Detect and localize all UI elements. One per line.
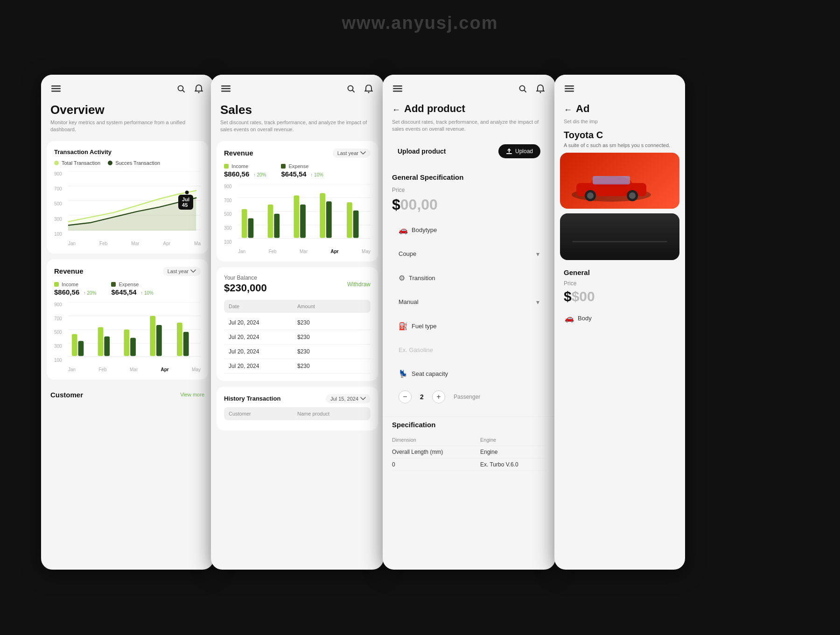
x-feb: Feb [99,241,107,246]
svg-line-4 [183,91,185,92]
seat-control: − 2 + Passenger [392,386,546,408]
bodytype-label-panel4: Body [578,315,675,322]
bar-chart: 900 700 500 300 100 [54,302,201,372]
bar-y-axis: 900 700 500 300 100 [54,302,62,363]
x-apr: Apr [163,241,171,246]
spec-section: Specification Dimension Engine Overall L… [383,416,555,473]
svg-point-32 [368,92,370,93]
search-icon-sales[interactable] [345,83,357,94]
y-label-700: 700 [54,186,62,191]
history-card: History Transaction Jul 15, 2024 Custome… [217,387,378,430]
spec-row: 0 Ex. Turbo V.6.0 [392,458,546,471]
overview-header: Overview Monitor key metrics and system … [41,99,214,141]
price-display: $00,00 [392,196,546,213]
svg-rect-65 [593,176,630,184]
transition-chevron: ▾ [536,298,539,306]
balance-card: Your Balance $230,000 Withdraw Date Amou… [217,267,378,381]
sales-expense-stat: Expense $645,54 ↑ 10% [281,163,323,178]
col-amount: Amount [297,303,366,309]
expense-indicator [111,282,116,287]
row1-amount: $230 [297,319,366,326]
transition-value: Manual [399,298,419,305]
history-dropdown[interactable]: Jul 15, 2024 [326,394,371,403]
sales-header: Sales Set discount rates, track performa… [211,99,384,141]
dimension-label: Overall Length (mm) [392,445,480,458]
balance-section: Your Balance $230,000 Withdraw [224,275,371,294]
page-title: Overview [50,103,204,117]
engine-label: Engine [480,445,546,458]
notification-icon[interactable] [193,83,204,94]
chart-title: Transaction Activity [54,148,201,155]
seat-label: Seat capacity [412,370,539,377]
bodytype-select[interactable]: Coupe ▾ [392,245,546,263]
menu-icon[interactable] [50,83,62,94]
upload-button[interactable]: Upload [498,144,540,158]
sales-last-year-dropdown[interactable]: Last year [333,148,371,158]
legend-success: Succes Transaction [108,160,160,166]
seat-increase-button[interactable]: + [432,390,445,403]
transition-select[interactable]: Manual ▾ [392,293,546,311]
notification-icon-sales[interactable] [363,83,374,94]
price-display-panel4: $$00 [564,289,676,304]
watermark: www.anyusj.com [342,13,498,33]
svg-rect-56 [565,85,574,87]
table-row: Jul 20, 2024 $230 [224,330,371,345]
customer-section: Customer View more [41,385,214,402]
sales-revenue-title: Revenue [224,149,253,157]
menu-icon-addproduct[interactable] [392,83,403,94]
svg-rect-55 [506,153,512,154]
transition-icon: ⚙ [399,274,405,282]
sales-income-value: $860,56 [224,170,249,178]
menu-icon-sales[interactable] [220,83,231,94]
svg-rect-50 [393,91,402,92]
notification-icon-addproduct[interactable] [535,83,546,94]
view-more-link[interactable]: View more [180,392,204,397]
svg-rect-39 [248,218,254,238]
last-year-dropdown[interactable]: Last year [163,267,201,276]
svg-point-64 [629,192,636,199]
svg-point-5 [198,92,200,93]
topbar-panel4 [554,75,685,99]
bodytype-value: Coupe [399,250,416,257]
dimension-value: 0 [392,458,480,471]
history-title: History Transaction [224,395,280,402]
car-image [560,153,679,209]
svg-rect-57 [565,88,574,90]
bodytype-row-panel4: 🚗 Body [558,308,681,328]
upload-label: Upload product [398,148,446,155]
row1-date: Jul 20, 2024 [229,319,297,326]
withdraw-button[interactable]: Withdraw [347,281,371,288]
legend-dot-total [54,161,59,165]
addproduct-subtitle: Set discount rates, track performance, a… [392,119,546,133]
add-product-panel: ← Add product Set discount rates, track … [383,75,555,570]
price-label-panel4: Price [564,280,676,287]
menu-icon-panel4[interactable] [564,83,575,94]
seat-decrease-button[interactable]: − [399,390,412,403]
tooltip-value: 45 [182,202,188,208]
car-svg [565,167,658,204]
bar-chart-svg [68,302,201,357]
svg-rect-38 [242,209,247,238]
y-label-100: 100 [54,232,62,237]
seat-icon: 💺 [399,369,408,378]
panel4-subtitle: Set dis the imp [554,119,685,128]
search-icon[interactable] [175,83,187,94]
income-indicator [54,282,59,287]
svg-rect-24 [156,325,162,356]
page-subtitle: Monitor key metrics and system performan… [50,119,204,134]
search-icon-addproduct[interactable] [517,83,528,94]
fuel-input[interactable]: Ex. Gasoline [392,341,546,359]
general-title-panel4: General [564,268,676,276]
svg-line-52 [525,91,526,92]
panel4-title: Ad [576,103,589,115]
spec-col-dimension: Dimension [392,434,480,446]
svg-rect-29 [221,91,231,92]
x-mar: Mar [131,241,139,246]
back-button-panel4[interactable]: ← [564,105,572,115]
sales-revenue-card: Revenue Last year Income $860,56 ↑ 20% E… [217,141,378,261]
row2-amount: $230 [297,334,366,340]
row4-date: Jul 20, 2024 [229,363,297,369]
bodytype-label: Bodytype [412,226,539,233]
back-button[interactable]: ← [392,105,400,115]
svg-rect-26 [183,332,189,356]
